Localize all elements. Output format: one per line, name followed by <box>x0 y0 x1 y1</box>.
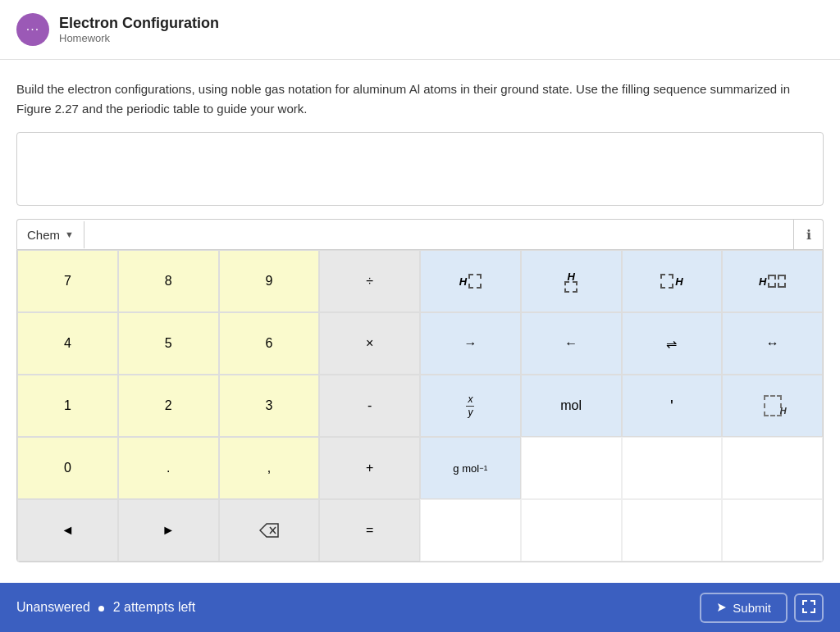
key-minus[interactable]: - <box>319 375 420 437</box>
key-dot[interactable]: . <box>118 437 219 499</box>
submit-button[interactable]: Submit <box>700 593 788 623</box>
key-divide[interactable]: ÷ <box>319 250 420 312</box>
expand-icon <box>802 600 815 613</box>
key-8[interactable]: 8 <box>118 250 219 312</box>
chevron-down-icon: ▼ <box>65 230 74 239</box>
page-title: Electron Configuration <box>59 15 219 32</box>
info-button[interactable]: ℹ <box>793 220 823 249</box>
keyboard-toolbar: Chem ▼ ℹ <box>16 219 824 249</box>
key-7[interactable]: 7 <box>17 250 118 312</box>
key-mol[interactable]: mol <box>521 375 622 437</box>
key-multiply[interactable]: × <box>319 312 420 375</box>
key-fraction[interactable]: x y <box>420 375 521 437</box>
key-plus[interactable]: + <box>319 437 420 499</box>
header-text: Electron Configuration Homework <box>59 15 219 44</box>
key-left[interactable]: ◄ <box>17 499 118 562</box>
icon-dots: ··· <box>26 22 39 37</box>
key-4[interactable]: 4 <box>17 312 118 375</box>
key-arrow-left[interactable]: ← <box>521 312 622 375</box>
key-6[interactable]: 6 <box>219 312 320 375</box>
chem-dropdown[interactable]: Chem ▼ <box>17 221 84 248</box>
keyboard-grid: 7 8 9 ÷ H H H H <box>16 249 824 562</box>
key-equals[interactable]: = <box>319 499 420 562</box>
submit-label: Submit <box>733 601 771 615</box>
question-area: Build the electron configurations, using… <box>0 60 840 219</box>
key-long-arrow[interactable]: ↔ <box>722 312 823 375</box>
key-prime[interactable]: ' <box>622 375 723 437</box>
key-empty-4 <box>420 499 521 562</box>
key-empty-7 <box>722 499 823 562</box>
key-0[interactable]: 0 <box>17 437 118 499</box>
status-dot <box>98 606 104 612</box>
key-orbital-hmulti[interactable]: H <box>722 250 823 312</box>
header-subtitle: Homework <box>59 32 219 44</box>
key-orbital-h1[interactable]: H <box>420 250 521 312</box>
submit-icon <box>716 602 728 613</box>
key-5[interactable]: 5 <box>118 312 219 375</box>
key-double-arrow[interactable]: ⇌ <box>622 312 723 375</box>
svg-line-0 <box>270 527 276 534</box>
attempts-label: 2 attempts left <box>113 600 196 614</box>
key-comma[interactable]: , <box>219 437 320 499</box>
key-empty-1 <box>521 437 622 499</box>
key-empty-3 <box>722 437 823 499</box>
key-backspace[interactable] <box>219 499 320 562</box>
key-orbital-boxh[interactable]: H <box>622 250 723 312</box>
key-1[interactable]: 1 <box>17 375 118 437</box>
key-orbital-box-only[interactable]: H <box>722 375 823 437</box>
answer-input[interactable] <box>16 132 824 206</box>
header-icon: ··· <box>16 13 49 46</box>
svg-marker-2 <box>718 603 726 612</box>
key-empty-5 <box>521 499 622 562</box>
key-empty-6 <box>622 499 723 562</box>
question-text: Build the electron configurations, using… <box>16 80 824 119</box>
key-orbital-h2[interactable]: H <box>521 250 622 312</box>
chem-label: Chem <box>27 228 60 242</box>
key-9[interactable]: 9 <box>219 250 320 312</box>
expand-button[interactable] <box>794 593 824 622</box>
key-empty-2 <box>622 437 723 499</box>
unanswered-label: Unanswered <box>16 600 90 614</box>
header: ··· Electron Configuration Homework <box>0 0 840 60</box>
key-right[interactable]: ► <box>118 499 219 562</box>
status-area: Unanswered 2 attempts left <box>16 600 195 615</box>
bottom-bar: Unanswered 2 attempts left Submit <box>0 583 840 632</box>
keyboard-display <box>84 220 793 249</box>
keyboard-section: Chem ▼ ℹ 7 8 9 ÷ H H <box>0 219 840 583</box>
key-2[interactable]: 2 <box>118 375 219 437</box>
svg-line-1 <box>270 527 276 534</box>
bottom-right: Submit <box>700 593 824 623</box>
key-arrow-right[interactable]: → <box>420 312 521 375</box>
key-gmol[interactable]: g mol−1 <box>420 437 521 499</box>
key-3[interactable]: 3 <box>219 375 320 437</box>
